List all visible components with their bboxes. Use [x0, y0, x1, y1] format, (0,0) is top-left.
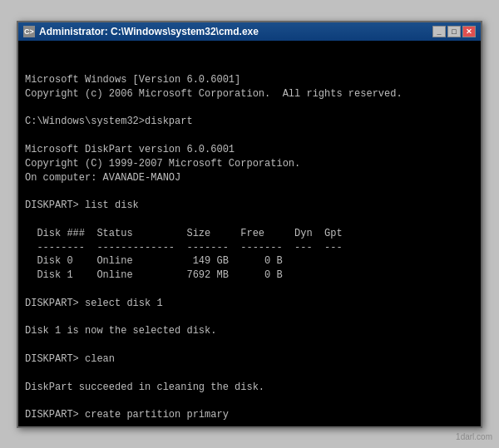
minimize-button[interactable]: _ — [432, 26, 446, 37]
terminal-line — [25, 213, 474, 227]
terminal-line: Disk 1 is now the selected disk. — [25, 324, 474, 338]
terminal-line — [25, 367, 474, 381]
terminal-body[interactable]: Microsoft Windows [Version 6.0.6001]Copy… — [18, 41, 481, 426]
terminal-line: DISKPART> create partition primary — [25, 408, 474, 422]
terminal-line: DISKPART> list disk — [25, 199, 474, 213]
terminal-line — [25, 185, 474, 199]
terminal-line: On computer: AVANADE-MANOJ — [25, 171, 474, 185]
terminal-line — [25, 101, 474, 116]
terminal-line — [25, 394, 474, 408]
terminal-line: DISKPART> select disk 1 — [25, 297, 474, 311]
terminal-line — [25, 129, 474, 143]
terminal-line: Disk 1 Online 7692 MB 0 B — [25, 268, 474, 283]
title-bar: C> Administrator: C:\Windows\system32\cm… — [18, 22, 481, 41]
terminal-line — [25, 311, 474, 325]
title-bar-left: C> Administrator: C:\Windows\system32\cm… — [23, 26, 259, 37]
cmd-icon: C> — [23, 26, 35, 37]
terminal-line: DISKPART> clean — [25, 352, 474, 367]
terminal-line: Microsoft Windows [Version 6.0.6001] — [25, 73, 474, 87]
terminal-line: -------- ------------- ------- ------- -… — [25, 241, 474, 255]
terminal-line: DiskPart succeeded in cleaning the disk. — [25, 381, 474, 395]
terminal-line: Microsoft DiskPart version 6.0.6001 — [25, 143, 474, 157]
maximize-button[interactable]: □ — [447, 26, 461, 37]
terminal-line: Disk 0 Online 149 GB 0 B — [25, 254, 474, 268]
terminal-line: C:\Windows\system32>diskpart — [25, 115, 474, 129]
terminal-line: Copyright (c) 2006 Microsoft Corporation… — [25, 87, 474, 101]
terminal-line — [25, 338, 474, 352]
window-title: Administrator: C:\Windows\system32\cmd.e… — [39, 26, 259, 37]
title-controls: _ □ ✕ — [432, 26, 476, 37]
terminal-line: Disk ### Status Size Free Dyn Gpt — [25, 227, 474, 241]
close-button[interactable]: ✕ — [462, 26, 476, 37]
terminal-line — [25, 283, 474, 297]
terminal-line: Copyright (C) 1999-2007 Microsoft Corpor… — [25, 157, 474, 171]
watermark: 1darl.com — [456, 432, 492, 441]
terminal-line — [25, 422, 474, 426]
cmd-window: C> Administrator: C:\Windows\system32\cm… — [17, 21, 482, 428]
